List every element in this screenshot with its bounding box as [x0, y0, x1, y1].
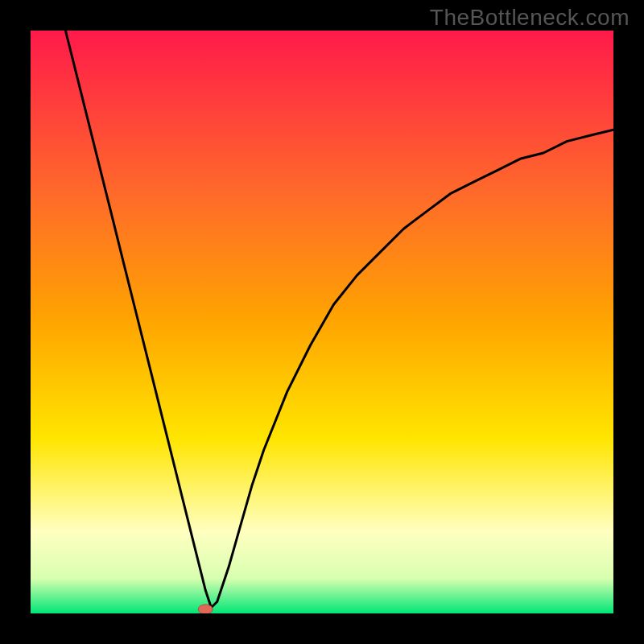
bottleneck-plot-svg: [31, 31, 613, 613]
gradient-background: [31, 31, 613, 613]
optimum-marker: [198, 605, 213, 613]
chart-frame: TheBottleneck.com: [0, 0, 644, 644]
plot-area: [31, 31, 613, 613]
watermark-text: TheBottleneck.com: [430, 5, 630, 31]
